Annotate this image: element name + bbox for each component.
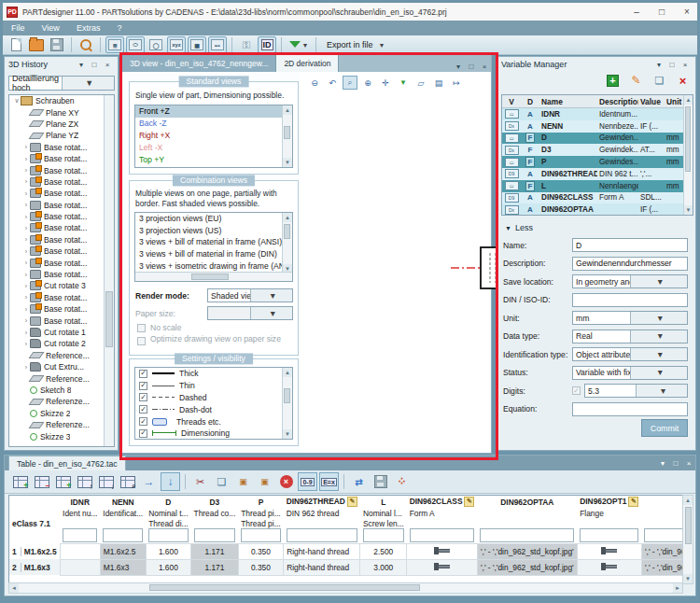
render-mode-select[interactable]: Shaded view ▼ xyxy=(207,288,293,302)
cell[interactable]: 1.600 xyxy=(146,559,190,575)
table-view-button[interactable]: ▦ xyxy=(188,36,206,53)
tree-item[interactable]: ›Base rotat... xyxy=(9,211,114,222)
cell[interactable]: ',' - ','din_962_std_kopf.jpg' xyxy=(477,543,577,559)
tree-caret-icon[interactable]: › xyxy=(22,202,30,208)
visibility-checkbox[interactable] xyxy=(139,417,147,426)
panel-float-icon[interactable]: □ xyxy=(665,59,679,70)
cell[interactable]: 0.350 xyxy=(238,543,283,559)
tree-item[interactable]: Referenze... xyxy=(9,419,114,430)
column-header[interactable] xyxy=(641,496,683,508)
cell[interactable]: Right-hand thread xyxy=(284,559,360,575)
row-header[interactable]: 1M1.6x2.5 xyxy=(9,543,60,559)
visibility-checkbox[interactable] xyxy=(139,370,147,378)
save-location-select[interactable]: In geometry and table▼ xyxy=(572,274,688,288)
cut-button[interactable]: ✂ xyxy=(190,472,210,491)
tree-item[interactable]: ›Cut rotate 1 xyxy=(9,327,114,338)
visibility-option[interactable]: Threads etc. xyxy=(135,415,282,428)
standard-view-option[interactable]: Back -Z xyxy=(135,118,282,130)
column-header[interactable]: DIN962CLASS✎ xyxy=(407,496,478,508)
variable-row[interactable]: ▭FLNennlaengemm xyxy=(502,180,693,192)
filter-input[interactable] xyxy=(363,528,404,542)
variable-row[interactable]: ▭FPGewindes...mm xyxy=(502,156,693,168)
search-button[interactable] xyxy=(77,36,95,53)
close-button[interactable]: × xyxy=(677,5,697,19)
id-badge-button[interactable]: ID xyxy=(258,36,276,53)
table-tab[interactable]: Table - din_en_iso_4762.tac xyxy=(8,456,126,471)
zoom-window-button[interactable]: ⌕ xyxy=(343,76,357,90)
variable-column-header[interactable]: Name xyxy=(539,95,597,107)
panel-menu-icon[interactable]: ▾ xyxy=(452,61,465,72)
scroll-up-icon[interactable]: ▲ xyxy=(283,105,292,115)
column-header[interactable]: D xyxy=(146,496,190,508)
scroll-thumb[interactable] xyxy=(105,291,113,347)
tree-caret-icon[interactable]: › xyxy=(22,306,30,313)
tree-caret-icon[interactable]: › xyxy=(22,236,30,243)
variable-row[interactable]: DxANENNNennbeze...IF (... xyxy=(502,120,693,133)
filter-input[interactable] xyxy=(241,528,280,542)
add-column-button[interactable]: + xyxy=(10,472,30,491)
variable-column-header[interactable]: Value xyxy=(638,95,665,107)
add-row-button[interactable]: + xyxy=(53,472,73,491)
list-scrollbar[interactable]: ▲ ▼ xyxy=(282,105,292,167)
tree-item[interactable]: Referenze... xyxy=(9,396,114,407)
scroll-thumb[interactable] xyxy=(191,273,229,280)
cell[interactable] xyxy=(60,559,100,575)
cell[interactable]: 0.350 xyxy=(238,559,283,575)
variable-column-header[interactable]: Description xyxy=(597,95,638,107)
delete-column-button[interactable]: – xyxy=(32,472,51,491)
panel-menu-icon[interactable]: ▾ xyxy=(656,457,669,469)
standard-view-option[interactable]: Top +Y xyxy=(135,153,282,165)
digits-select[interactable]: 5.3▼ xyxy=(584,384,688,398)
cell[interactable]: 2.500 xyxy=(360,543,407,559)
export-in-file-button[interactable]: Export in file▼ xyxy=(321,36,390,53)
filter-input[interactable] xyxy=(194,528,236,542)
panel-menu-icon[interactable]: ▾ xyxy=(75,59,88,70)
tree-caret-icon[interactable]: › xyxy=(22,272,30,278)
visibility-checkbox[interactable] xyxy=(139,393,147,401)
tree-caret-icon[interactable]: ∨ xyxy=(13,97,21,105)
grid-vscrollbar[interactable]: ▲ ▼ xyxy=(682,495,693,584)
cell[interactable]: 1.600 xyxy=(146,543,190,559)
menu-extras[interactable]: Extras xyxy=(68,21,109,35)
paste-button[interactable]: ▣ xyxy=(233,472,253,491)
combination-view-option[interactable]: 3 views + bill of material in frame (ANS… xyxy=(135,236,282,248)
cell[interactable] xyxy=(60,543,100,559)
tree-item[interactable]: Plane ZX xyxy=(9,119,114,130)
panel-float-icon[interactable]: □ xyxy=(465,61,478,72)
cell[interactable]: Right-hand thread xyxy=(284,543,360,559)
combination-view-option[interactable]: 3 projection views (US) xyxy=(135,225,282,237)
scroll-thumb[interactable] xyxy=(685,507,692,544)
tree-caret-icon[interactable]: › xyxy=(22,214,30,220)
link-variables-button[interactable]: ⚿ xyxy=(237,36,256,53)
tree-item[interactable]: Reference... xyxy=(9,350,114,361)
delete-variable-button[interactable]: × xyxy=(676,74,690,87)
panel-close-icon[interactable]: × xyxy=(682,457,695,469)
tree-item[interactable]: ›Base rotat... xyxy=(9,153,114,164)
list-hscrollbar[interactable] xyxy=(135,272,292,281)
tree-item[interactable]: ›Base rotat... xyxy=(9,188,114,199)
maximize-button[interactable]: □ xyxy=(651,5,672,19)
menu-view[interactable]: View xyxy=(34,21,68,35)
tree-item[interactable]: ›Base rotat... xyxy=(9,245,114,257)
status-select[interactable]: Variable with fixed values▼ xyxy=(572,366,688,380)
cell[interactable]: 1.171 xyxy=(191,559,239,575)
tree-item[interactable]: ›Base rotat... xyxy=(9,269,114,280)
cell[interactable]: M1.6x3 xyxy=(100,559,146,575)
data-type-select[interactable]: Real▼ xyxy=(572,330,688,344)
panel-close-icon[interactable]: × xyxy=(478,61,491,72)
visibility-option[interactable]: Dimensioning xyxy=(135,428,282,440)
tree-caret-icon[interactable]: › xyxy=(22,156,30,162)
insert-row-above-button[interactable]: ↑ xyxy=(75,472,94,491)
tree-caret-icon[interactable]: › xyxy=(22,144,30,150)
description-input[interactable] xyxy=(572,257,688,271)
scroll-down-icon[interactable]: ▼ xyxy=(283,429,292,439)
visibility-checkbox[interactable] xyxy=(139,429,147,438)
history-tree-scrollbar[interactable] xyxy=(104,95,114,446)
grid-hscrollbar[interactable]: ◄ ► xyxy=(8,582,683,594)
tree-item[interactable]: Plane YZ xyxy=(9,130,114,141)
copy-button[interactable]: ❏ xyxy=(212,472,231,491)
edit-pencil-icon[interactable]: ✎ xyxy=(628,497,638,507)
cell[interactable]: 3.000 xyxy=(360,559,407,575)
scroll-thumb[interactable] xyxy=(685,106,691,172)
din-iso-id-input[interactable] xyxy=(572,293,688,307)
